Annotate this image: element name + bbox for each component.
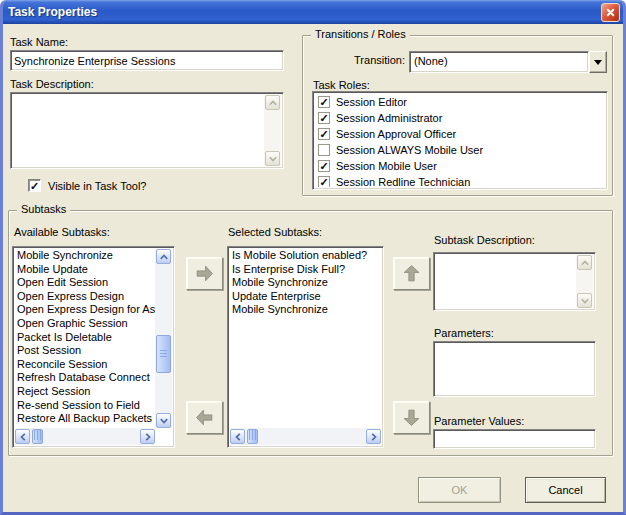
scrollbar-thumb[interactable]: [156, 335, 171, 373]
role-label: Session Redline Technician: [336, 176, 470, 187]
checkbox-icon[interactable]: ✓: [318, 112, 330, 124]
role-item[interactable]: ✓Session Editor: [315, 94, 605, 110]
parameters-label: Parameters:: [434, 327, 494, 339]
checkbox-icon[interactable]: [318, 144, 330, 156]
cancel-button[interactable]: Cancel: [525, 477, 606, 503]
arrow-right-icon: [194, 263, 215, 284]
role-item[interactable]: ✓Session Mobile User: [315, 158, 605, 174]
role-label: Session Administrator: [336, 112, 442, 124]
role-label: Session Editor: [336, 96, 407, 108]
chevron-down-icon: [269, 156, 277, 162]
role-item[interactable]: ✓Session Approval Officer: [315, 126, 605, 142]
transition-dropdown-button[interactable]: [589, 51, 607, 73]
task-roles-listbox[interactable]: ✓Session Editor✓Session Administrator✓Se…: [312, 91, 608, 190]
chevron-up-icon: [269, 100, 277, 106]
chevron-down-icon: [160, 418, 168, 424]
list-item[interactable]: Mobile Synchronize: [15, 249, 155, 263]
available-vertical-scrollbar[interactable]: [155, 249, 172, 428]
scroll-down-button[interactable]: [156, 413, 171, 428]
subtask-description-label: Subtask Description:: [434, 234, 535, 246]
move-up-button[interactable]: [393, 257, 430, 290]
scroll-left-button[interactable]: [230, 429, 245, 444]
list-item[interactable]: Is Enterprise Disk Full?: [230, 263, 381, 277]
scroll-right-button[interactable]: [140, 429, 155, 444]
list-item[interactable]: Open Express Design: [15, 290, 155, 304]
list-item[interactable]: Post Session: [15, 344, 155, 358]
list-item[interactable]: Mobile Synchronize: [230, 303, 381, 317]
scrollbar-thumb[interactable]: [32, 429, 43, 444]
checkbox-icon[interactable]: ✓: [318, 160, 330, 172]
list-item[interactable]: Open Express Design for As: [15, 303, 155, 317]
checkbox-icon[interactable]: ✓: [318, 96, 330, 108]
list-item[interactable]: Open Graphic Session: [15, 317, 155, 331]
transition-combobox[interactable]: (None): [409, 51, 607, 73]
titlebar[interactable]: Task Properties: [0, 0, 626, 24]
transitions-roles-group-label: Transitions / Roles: [311, 28, 410, 40]
list-item[interactable]: Mobile Update: [15, 263, 155, 277]
visible-in-task-tool-row[interactable]: ✓ Visible in Task Tool?: [28, 179, 146, 192]
subtask-description-scrollbar[interactable]: [576, 255, 593, 308]
chevron-left-icon: [20, 433, 26, 441]
close-icon: [605, 7, 616, 18]
list-item[interactable]: Packet Is Deletable: [15, 331, 155, 345]
task-description-label: Task Description:: [10, 78, 94, 90]
chevron-up-icon: [160, 254, 168, 260]
visible-in-task-tool-label: Visible in Task Tool?: [48, 180, 146, 192]
arrow-left-icon: [194, 407, 215, 428]
parameters-box[interactable]: [433, 341, 596, 397]
list-item[interactable]: Refresh Database Connect: [15, 371, 155, 385]
parameter-values-input[interactable]: [433, 429, 596, 449]
task-name-input[interactable]: [10, 50, 284, 71]
task-properties-dialog: Task Properties Task Name: Task Descript…: [0, 0, 626, 515]
subtask-description-textarea[interactable]: [433, 252, 596, 311]
window-title: Task Properties: [8, 5, 601, 19]
list-item[interactable]: Reconcile Session: [15, 358, 155, 372]
scroll-up-button[interactable]: [265, 95, 280, 110]
role-label: Session Mobile User: [336, 160, 437, 172]
move-right-button[interactable]: [186, 257, 223, 290]
scroll-down-button[interactable]: [265, 151, 280, 166]
scroll-left-button[interactable]: [15, 429, 30, 444]
ok-button[interactable]: OK: [418, 477, 501, 503]
chevron-up-icon: [581, 260, 589, 266]
task-description-scrollbar[interactable]: [264, 95, 281, 166]
scroll-up-button[interactable]: [577, 255, 592, 270]
subtasks-group-label: Subtasks: [17, 203, 70, 215]
chevron-right-icon: [145, 433, 151, 441]
available-subtasks-listbox[interactable]: Mobile SynchronizeMobile UpdateOpen Edit…: [12, 246, 175, 448]
selected-subtasks-listbox[interactable]: Is Mobile Solution enabled?Is Enterprise…: [227, 246, 384, 448]
list-item[interactable]: Re-send Session to Field: [15, 399, 155, 413]
scrollbar-thumb[interactable]: [247, 429, 258, 444]
chevron-down-icon: [581, 298, 589, 304]
close-button[interactable]: [601, 3, 620, 22]
list-item[interactable]: Reject Session: [15, 385, 155, 399]
scroll-up-button[interactable]: [156, 249, 171, 264]
role-item[interactable]: ✓Session Redline Technician: [315, 174, 605, 187]
selected-horizontal-scrollbar[interactable]: [230, 428, 381, 445]
checkbox-icon[interactable]: ✓: [318, 176, 330, 187]
role-label: Session ALWAYS Mobile User: [336, 144, 483, 156]
task-roles-label: Task Roles:: [313, 79, 370, 91]
scroll-down-button[interactable]: [577, 293, 592, 308]
parameter-values-label: Parameter Values:: [434, 415, 524, 427]
list-item[interactable]: Mobile Synchronize: [230, 276, 381, 290]
list-item[interactable]: Update Enterprise: [230, 290, 381, 304]
move-down-button[interactable]: [393, 401, 430, 434]
arrow-up-icon: [401, 263, 422, 284]
list-item[interactable]: Restore All Backup Packets: [15, 412, 155, 426]
available-horizontal-scrollbar[interactable]: [15, 428, 155, 445]
visible-in-task-tool-checkbox[interactable]: ✓: [28, 179, 41, 192]
list-item[interactable]: Is Mobile Solution enabled?: [230, 249, 381, 263]
dropdown-arrow-icon: [594, 60, 602, 69]
role-item[interactable]: Session ALWAYS Mobile User: [315, 142, 605, 158]
task-description-textarea[interactable]: [10, 92, 284, 169]
checkbox-icon[interactable]: ✓: [318, 128, 330, 140]
role-item[interactable]: ✓Session Administrator: [315, 110, 605, 126]
list-item[interactable]: Open Edit Session: [15, 276, 155, 290]
available-subtasks-list: Mobile SynchronizeMobile UpdateOpen Edit…: [15, 249, 155, 428]
move-left-button[interactable]: [186, 401, 223, 434]
transition-label: Transition:: [333, 54, 405, 66]
chevron-right-icon: [371, 433, 377, 441]
scroll-right-button[interactable]: [366, 429, 381, 444]
transition-value[interactable]: (None): [409, 51, 589, 73]
